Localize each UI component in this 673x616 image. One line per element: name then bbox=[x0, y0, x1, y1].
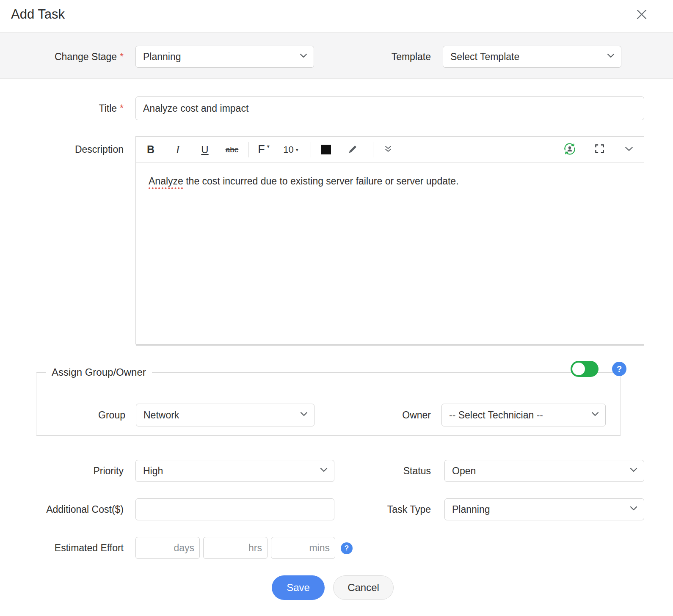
title-input[interactable] bbox=[135, 96, 644, 120]
chevron-down-icon bbox=[629, 503, 639, 516]
effort-help-icon[interactable]: ? bbox=[341, 542, 353, 554]
chevron-down-icon bbox=[299, 409, 309, 421]
assign-group-owner-legend: Assign Group/Owner bbox=[46, 366, 152, 378]
description-text: the cost incurred due to existing server… bbox=[183, 176, 459, 187]
owner-label: Owner bbox=[333, 404, 431, 426]
underline-button[interactable]: U bbox=[197, 141, 213, 159]
description-label: Description bbox=[0, 136, 124, 162]
group-label: Group bbox=[36, 404, 125, 426]
toolbar-divider bbox=[373, 142, 373, 157]
toolbar-divider bbox=[311, 142, 311, 157]
description-content[interactable]: Analyze the cost incurred due to existin… bbox=[136, 163, 644, 354]
effort-hours-field[interactable]: hrs bbox=[203, 537, 268, 559]
additional-cost-input[interactable] bbox=[135, 498, 334, 520]
change-stage-select[interactable]: Planning bbox=[135, 46, 314, 68]
required-asterisk: * bbox=[120, 51, 124, 63]
page-title: Add Task bbox=[11, 7, 65, 22]
user-sync-button[interactable] bbox=[562, 141, 578, 159]
required-asterisk: * bbox=[120, 103, 124, 114]
bold-button[interactable]: B bbox=[143, 141, 159, 159]
task-type-select[interactable]: Planning bbox=[444, 498, 644, 520]
highlight-pen-icon bbox=[348, 143, 359, 156]
misspelled-word: Analyze bbox=[149, 176, 183, 187]
chevron-down-icon bbox=[629, 465, 639, 477]
more-formats-button[interactable] bbox=[380, 141, 396, 159]
toggle-knob bbox=[572, 363, 585, 375]
description-editor: B I U abc F▾ 10▾ bbox=[135, 136, 644, 344]
more-formats-chevrons-icon bbox=[383, 143, 394, 156]
fullscreen-button[interactable] bbox=[591, 141, 607, 159]
effort-days-field[interactable]: days bbox=[135, 537, 200, 559]
close-button[interactable] bbox=[632, 6, 651, 25]
cancel-button[interactable]: Cancel bbox=[333, 575, 394, 600]
effort-hours-input[interactable] bbox=[209, 542, 248, 554]
fullscreen-icon bbox=[594, 143, 605, 156]
add-task-dialog: Add Task Change Stage* Planning Template… bbox=[0, 0, 673, 616]
save-button[interactable]: Save bbox=[272, 575, 325, 600]
assign-group-owner-toggle[interactable] bbox=[571, 361, 599, 377]
priority-select[interactable]: High bbox=[135, 460, 334, 482]
highlight-button[interactable] bbox=[345, 141, 361, 159]
collapse-toolbar-chevron-icon bbox=[623, 143, 635, 157]
font-family-button[interactable]: F▾ bbox=[256, 141, 272, 159]
owner-select[interactable]: -- Select Technician -- bbox=[441, 404, 606, 426]
close-icon bbox=[634, 7, 649, 23]
font-color-button[interactable] bbox=[318, 141, 334, 159]
chevron-down-icon bbox=[590, 409, 600, 421]
chevron-down-icon bbox=[298, 50, 309, 63]
chevron-down-icon bbox=[606, 50, 616, 63]
template-select[interactable]: Select Template bbox=[443, 46, 621, 68]
effort-minutes-input[interactable] bbox=[276, 542, 309, 554]
font-size-button[interactable]: 10▾ bbox=[283, 141, 299, 159]
user-sync-icon bbox=[562, 141, 577, 158]
collapse-toolbar-button[interactable] bbox=[621, 141, 637, 159]
status-select[interactable]: Open bbox=[444, 460, 644, 482]
caret-down-icon: ▾ bbox=[296, 147, 298, 153]
caret-down-icon: ▾ bbox=[267, 143, 270, 149]
assign-group-owner-fieldset: Assign Group/Owner Group Network Owner -… bbox=[36, 366, 621, 436]
additional-cost-label: Additional Cost($) bbox=[0, 498, 124, 520]
priority-label: Priority bbox=[0, 460, 124, 482]
font-color-swatch bbox=[321, 145, 331, 154]
effort-days-input[interactable] bbox=[141, 542, 174, 554]
toolbar-divider bbox=[248, 142, 249, 157]
status-label: Status bbox=[322, 460, 431, 482]
title-label: Title* bbox=[0, 96, 124, 120]
italic-button[interactable]: I bbox=[170, 141, 186, 159]
estimated-effort-label: Estimated Effort bbox=[0, 537, 124, 559]
editor-toolbar: B I U abc F▾ 10▾ bbox=[136, 137, 644, 163]
change-stage-label: Change Stage* bbox=[0, 46, 124, 68]
template-label: Template bbox=[322, 46, 431, 68]
effort-minutes-field[interactable]: mins bbox=[271, 537, 335, 559]
group-select[interactable]: Network bbox=[136, 404, 314, 426]
strikethrough-button[interactable]: abc bbox=[224, 141, 240, 159]
task-type-label: Task Type bbox=[322, 498, 431, 520]
assign-help-icon[interactable]: ? bbox=[612, 362, 626, 376]
